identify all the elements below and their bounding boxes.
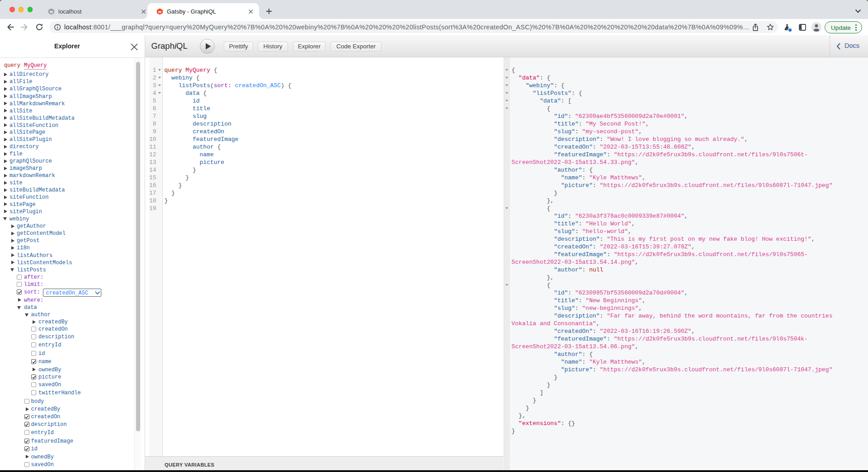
svg-text:w: w [157, 9, 161, 14]
svg-text:w: w [49, 9, 53, 14]
